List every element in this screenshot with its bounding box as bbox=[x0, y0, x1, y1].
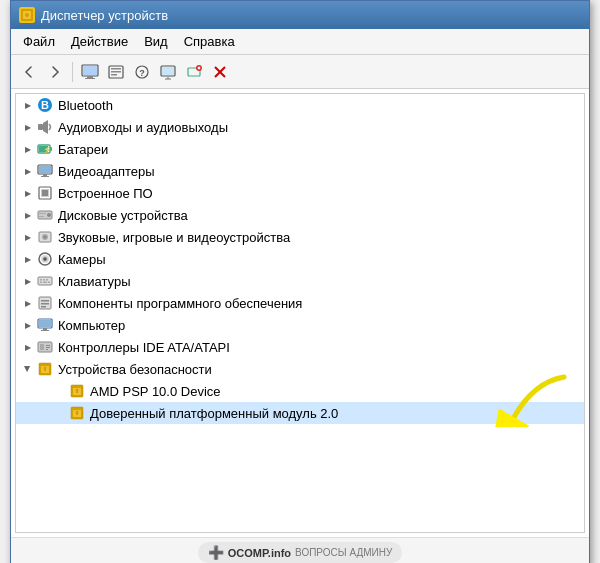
device-tpm[interactable]: ▶ Доверенный платформенный модуль 2.0 bbox=[16, 402, 584, 424]
menu-file[interactable]: Файл bbox=[15, 31, 63, 52]
expand-arrow-disk[interactable]: ▶ bbox=[20, 207, 36, 223]
svg-rect-25 bbox=[38, 124, 43, 130]
display-icon bbox=[36, 162, 54, 180]
camera-icon bbox=[36, 250, 54, 268]
scan-button[interactable] bbox=[182, 60, 206, 84]
expand-arrow-battery[interactable]: ▶ bbox=[20, 141, 36, 157]
category-security-label: Устройства безопасности bbox=[58, 362, 212, 377]
expand-arrow-sound[interactable]: ▶ bbox=[20, 229, 36, 245]
device-amd-psp-label: AMD PSP 10.0 Device bbox=[90, 384, 221, 399]
tpm-icon bbox=[68, 404, 86, 422]
battery-icon: ⚡ bbox=[36, 140, 54, 158]
device-tpm-label: Доверенный платформенный модуль 2.0 bbox=[90, 406, 338, 421]
expand-arrow-ide[interactable]: ▶ bbox=[20, 339, 36, 355]
expand-arrow-computer[interactable]: ▶ bbox=[20, 317, 36, 333]
category-firmware[interactable]: ▶ Встроенное ПО bbox=[16, 182, 584, 204]
device-list-panel[interactable]: ▶ B Bluetooth ▶ bbox=[15, 93, 585, 533]
svg-rect-10 bbox=[111, 74, 117, 76]
window-title: Диспетчер устройств bbox=[41, 8, 581, 23]
help-button[interactable]: ? bbox=[130, 60, 154, 84]
svg-rect-50 bbox=[43, 279, 45, 281]
properties-button[interactable] bbox=[104, 60, 128, 84]
watermark-badge: ➕ OCOMP.info ВОПРОСЫ АДМИНУ bbox=[198, 542, 403, 563]
svg-rect-60 bbox=[39, 320, 51, 327]
update-button[interactable] bbox=[156, 60, 180, 84]
category-disk-label: Дисковые устройства bbox=[58, 208, 188, 223]
expand-arrow-display[interactable]: ▶ bbox=[20, 163, 36, 179]
category-battery-label: Батареи bbox=[58, 142, 108, 157]
svg-rect-40 bbox=[39, 216, 44, 217]
svg-rect-48 bbox=[38, 277, 52, 285]
svg-rect-6 bbox=[85, 78, 95, 79]
svg-rect-52 bbox=[40, 282, 42, 284]
category-bluetooth[interactable]: ▶ B Bluetooth bbox=[16, 94, 584, 116]
category-camera[interactable]: ▶ Камеры bbox=[16, 248, 584, 270]
menu-view[interactable]: Вид bbox=[136, 31, 176, 52]
svg-rect-31 bbox=[39, 166, 51, 173]
title-bar: Диспетчер устройств bbox=[11, 1, 589, 29]
security-icon bbox=[36, 360, 54, 378]
expand-arrow-security[interactable]: ▶ bbox=[20, 361, 36, 377]
svg-rect-51 bbox=[46, 279, 48, 281]
svg-rect-71 bbox=[44, 368, 46, 371]
back-button[interactable] bbox=[17, 60, 41, 84]
category-display[interactable]: ▶ Видеоадаптеры bbox=[16, 160, 584, 182]
category-disk[interactable]: ▶ Дисковые устройства bbox=[16, 204, 584, 226]
svg-text:B: B bbox=[41, 99, 49, 111]
firmware-icon bbox=[36, 184, 54, 202]
device-category-list: ▶ B Bluetooth ▶ bbox=[16, 94, 584, 424]
svg-rect-9 bbox=[111, 71, 121, 73]
sound-icon bbox=[36, 228, 54, 246]
expand-arrow-firmware[interactable]: ▶ bbox=[20, 185, 36, 201]
category-audio[interactable]: ▶ Аудиовходы и аудиовыходы bbox=[16, 116, 584, 138]
device-manager-button[interactable] bbox=[78, 60, 102, 84]
watermark-brand: OCOMP.info bbox=[228, 547, 291, 559]
category-display-label: Видеоадаптеры bbox=[58, 164, 155, 179]
audio-icon bbox=[36, 118, 54, 136]
category-battery[interactable]: ▶ ⚡ Батареи bbox=[16, 138, 584, 160]
category-audio-label: Аудиовходы и аудиовыходы bbox=[58, 120, 228, 135]
svg-point-47 bbox=[44, 258, 47, 261]
menu-help[interactable]: Справка bbox=[176, 31, 243, 52]
svg-text:⚡: ⚡ bbox=[43, 145, 52, 154]
category-keyboard[interactable]: ▶ Клавиатуры bbox=[16, 270, 584, 292]
expand-arrow-software[interactable]: ▶ bbox=[20, 295, 36, 311]
expand-arrow-bluetooth[interactable]: ▶ bbox=[20, 97, 36, 113]
svg-rect-61 bbox=[43, 328, 47, 330]
watermark-subtitle: ВОПРОСЫ АДМИНУ bbox=[295, 547, 392, 558]
toolbar: ? bbox=[11, 55, 589, 89]
watermark-icon: ➕ bbox=[208, 545, 224, 560]
toolbar-separator-1 bbox=[72, 62, 73, 82]
svg-rect-5 bbox=[87, 76, 93, 78]
device-amd-psp[interactable]: ▶ AMD PSP 10.0 Device bbox=[16, 380, 584, 402]
category-sound[interactable]: ▶ Звуковые, игровые и видеоустройства bbox=[16, 226, 584, 248]
category-software[interactable]: ▶ Компоненты программного обеспечения bbox=[16, 292, 584, 314]
ide-icon bbox=[36, 338, 54, 356]
category-computer[interactable]: ▶ Компьютер bbox=[16, 314, 584, 336]
svg-rect-36 bbox=[42, 190, 48, 196]
expand-arrow-audio[interactable]: ▶ bbox=[20, 119, 36, 135]
svg-rect-4 bbox=[83, 66, 97, 75]
remove-button[interactable] bbox=[208, 60, 232, 84]
forward-button[interactable] bbox=[43, 60, 67, 84]
svg-rect-62 bbox=[41, 330, 49, 331]
disk-icon bbox=[36, 206, 54, 224]
svg-rect-79 bbox=[76, 412, 78, 415]
expand-arrow-keyboard[interactable]: ▶ bbox=[20, 273, 36, 289]
title-bar-icon bbox=[19, 7, 35, 23]
svg-rect-56 bbox=[41, 300, 49, 302]
svg-rect-8 bbox=[111, 68, 121, 70]
software-icon bbox=[36, 294, 54, 312]
category-ide[interactable]: ▶ Контроллеры IDE ATA/ATAPI bbox=[16, 336, 584, 358]
svg-rect-32 bbox=[43, 174, 47, 176]
expand-arrow-camera[interactable]: ▶ bbox=[20, 251, 36, 267]
menu-action[interactable]: Действие bbox=[63, 31, 136, 52]
category-software-label: Компоненты программного обеспечения bbox=[58, 296, 302, 311]
category-security[interactable]: ▶ Устройства безопасности bbox=[16, 358, 584, 380]
svg-rect-67 bbox=[46, 349, 48, 350]
category-sound-label: Звуковые, игровые и видеоустройства bbox=[58, 230, 290, 245]
svg-point-43 bbox=[44, 236, 47, 239]
category-bluetooth-label: Bluetooth bbox=[58, 98, 113, 113]
category-keyboard-label: Клавиатуры bbox=[58, 274, 131, 289]
svg-rect-49 bbox=[40, 279, 42, 281]
